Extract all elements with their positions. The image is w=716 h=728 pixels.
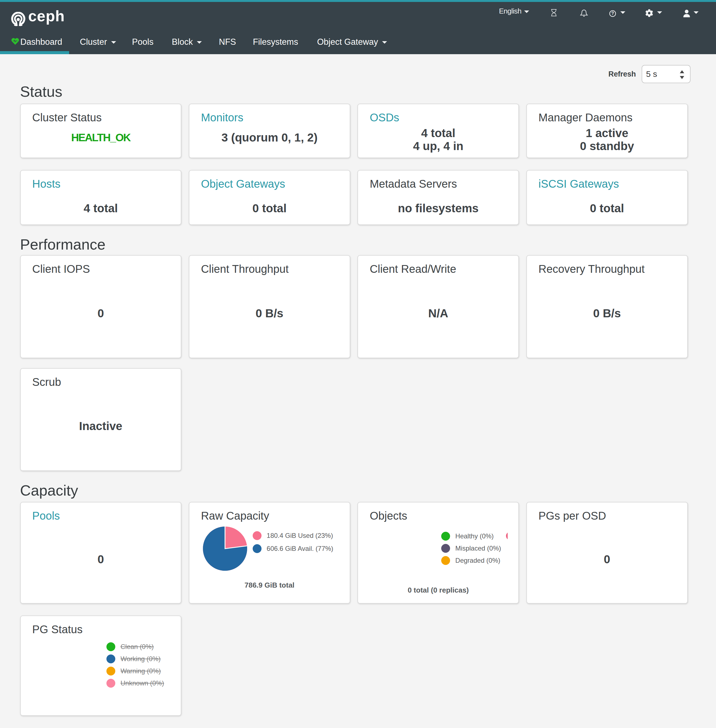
svg-text:?: ? xyxy=(611,11,614,16)
